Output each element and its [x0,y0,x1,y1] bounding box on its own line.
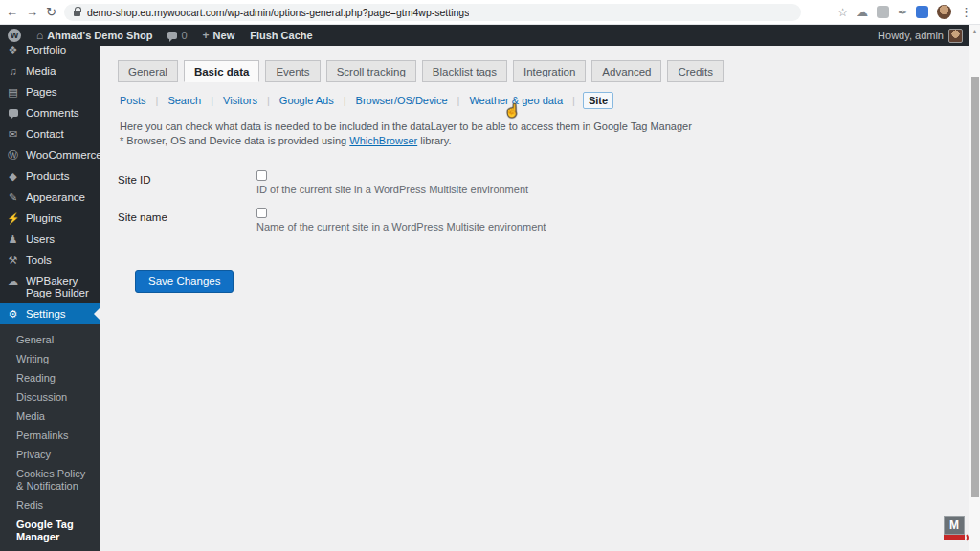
watermark-red-bar [944,535,965,540]
tab-advanced[interactable]: Advanced [591,60,661,82]
envelope-icon: ✉ [7,128,19,140]
tab-blacklist-tags[interactable]: Blacklist tags [422,60,507,82]
field-row-site-name: Site name Name of the current site in a … [118,208,969,232]
subtab-google-ads[interactable]: Google Ads [270,93,344,108]
sidebar-item-users[interactable]: ♟ Users [0,229,100,250]
tab-basic-data[interactable]: Basic data [184,60,260,82]
browser-toolbar: ← → ↻ demo-shop.eu.mywoocart.com/wp-admi… [0,0,980,25]
sidebar-item-label: Products [26,170,69,182]
video-watermark-logo: M [944,516,967,540]
sidebar-item-settings[interactable]: ⚙ Settings [0,303,100,324]
subtab-visitors[interactable]: Visitors [213,93,267,108]
browser-forward-button[interactable]: → [26,6,38,18]
comments-bubble-icon [167,32,177,39]
submenu-item-writing[interactable]: Writing [0,349,100,368]
browser-menu-icon[interactable]: ⋮ [960,6,972,18]
sidebar-item-media[interactable]: ♫ Media [0,60,100,81]
browser-address-bar[interactable]: demo-shop.eu.mywoocart.com/wp-admin/opti… [64,4,801,21]
sidebar-item-label: WPBakery Page Builder [26,276,97,298]
admin-avatar [948,29,963,43]
tab-integration[interactable]: Integration [513,60,586,82]
page-scrollbar[interactable]: ▲ [969,25,980,551]
wp-logo-menu[interactable]: W [0,25,29,46]
subtab-site[interactable]: Site [583,92,613,109]
submenu-item-privacy[interactable]: Privacy [0,445,100,464]
tab-events[interactable]: Events [265,60,320,82]
subtab-separator: | [572,95,575,106]
submenu-item-sendgrid[interactable]: SendGrid [0,546,100,551]
field-row-site-id: Site ID ID of the current site in a Word… [118,170,969,195]
media-icon: ♫ [7,65,19,77]
submenu-item-general[interactable]: General [0,330,100,349]
sidebar-item-pages[interactable]: ▤ Pages [0,81,100,102]
browser-refresh-button[interactable]: ↻ [46,6,56,18]
sidebar-item-label: Settings [26,308,66,320]
users-icon: ♟ [7,233,19,245]
cloud-extension-icon[interactable]: ☁ [857,7,868,18]
extension-icon[interactable] [877,6,889,18]
scrollbar-thumb[interactable] [971,77,980,497]
blue-extension-icon[interactable] [916,6,928,18]
sidebar-item-appearance[interactable]: ✎ Appearance [0,187,100,208]
scrollbar-up-arrow-icon[interactable]: ▲ [969,25,980,36]
site-name-label: Site name [118,208,256,232]
subtab-weather-geo-data[interactable]: Weather & geo data [459,93,572,108]
bookmark-star-icon[interactable]: ☆ [837,7,848,18]
save-changes-button[interactable]: Save Changes [135,270,234,293]
site-name-checkbox[interactable] [256,208,267,218]
admin-bar-flush-cache[interactable]: Flush Cache [242,25,320,46]
admin-bar-account-menu[interactable]: Howdy, admin [872,25,969,46]
wp-admin-sidebar: ❖ Portfolio ♫ Media ▤ Pages Comments ✉ C… [0,46,100,551]
subtab-browser-os-device[interactable]: Browser/OS/Device [346,93,457,108]
new-label: New [213,30,235,41]
submenu-item-media[interactable]: Media [0,407,100,426]
sidebar-item-comments[interactable]: Comments [0,102,100,123]
submenu-item-discussion[interactable]: Discussion [0,387,100,407]
admin-bar-site-link[interactable]: ⌂ Ahmad's Demo Shop [29,25,160,46]
pages-icon: ▤ [7,86,19,98]
sidebar-item-portfolio[interactable]: ❖ Portfolio [0,46,100,60]
sidebar-item-label: Tools [26,254,52,266]
subtab-search[interactable]: Search [158,93,211,108]
site-name-control: Name of the current site in a WordPress … [256,208,546,232]
howdy-text: Howdy, admin [878,30,944,41]
appearance-icon: ✎ [7,191,19,203]
admin-bar-comments[interactable]: 0 [160,25,194,46]
sidebar-item-contact[interactable]: ✉ Contact [0,123,100,144]
whichbrowser-link[interactable]: WhichBrowser [349,135,417,146]
section-description: Here you can check what data is needed t… [120,120,969,147]
sidebar-item-plugins[interactable]: ⚡ Plugins [0,208,100,229]
admin-bar-new[interactable]: + New [195,25,243,46]
description-line-2-suffix: library. [417,135,451,146]
sidebar-item-wpbakery[interactable]: ☁ WPBakery Page Builder [0,271,100,303]
tab-general[interactable]: General [118,60,178,82]
submenu-item-cookies-policy[interactable]: Cookies Policy & Notification [0,464,100,496]
watermark-letter: M [944,516,965,535]
sidebar-item-tools[interactable]: ⚒ Tools [0,250,100,271]
wordpress-logo-icon: W [8,29,21,42]
admin-bar-site-name: Ahmad's Demo Shop [47,30,152,41]
plus-icon: + [203,30,210,41]
submenu-item-google-tag-manager[interactable]: Google Tag Manager [0,515,100,546]
tab-credits[interactable]: Credits [667,60,723,82]
tab-scroll-tracking[interactable]: Scroll tracking [326,60,416,82]
site-id-checkbox[interactable] [256,170,267,181]
submenu-item-permalinks[interactable]: Permalinks [0,426,100,445]
browser-back-button[interactable]: ← [6,6,18,18]
wp-admin-bar: W ⌂ Ahmad's Demo Shop 0 + New Flush Cach… [0,25,969,46]
sidebar-item-label: Contact [26,128,64,140]
sidebar-item-products[interactable]: ◆ Products [0,165,100,187]
wpbakery-icon: ☁ [7,276,19,287]
site-name-description: Name of the current site in a WordPress … [256,221,546,232]
pen-extension-icon[interactable]: ✒ [898,7,907,18]
url-text[interactable]: demo-shop.eu.mywoocart.com/wp-admin/opti… [87,7,470,18]
subtab-posts[interactable]: Posts [120,93,156,108]
basic-data-site-form: Site ID ID of the current site in a Word… [118,170,969,293]
submenu-item-redis[interactable]: Redis [0,496,100,515]
submenu-item-reading[interactable]: Reading [0,368,100,387]
gtm4wp-settings-page: General Basic data Events Scroll trackin… [100,46,969,551]
tools-icon: ⚒ [7,254,19,266]
sidebar-item-label: Pages [26,86,57,98]
sidebar-item-woocommerce[interactable]: Ⓦ WooCommerce [0,144,100,165]
browser-profile-avatar[interactable] [937,5,951,19]
